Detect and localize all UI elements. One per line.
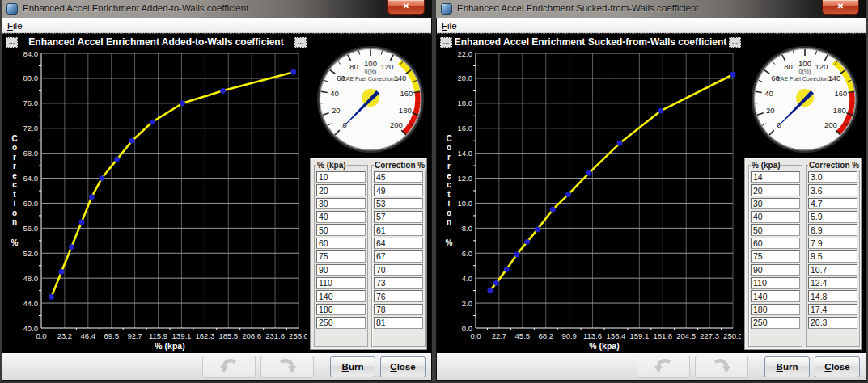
correction-input[interactable] [808, 238, 857, 250]
kpa-input[interactable] [751, 304, 800, 316]
chart-point[interactable] [59, 269, 65, 275]
chart-point[interactable] [514, 251, 519, 257]
correction-input[interactable] [808, 198, 857, 210]
correction-input[interactable] [808, 250, 857, 263]
menu-file[interactable]: File [2, 19, 29, 31]
correction-input[interactable] [374, 277, 423, 289]
correction-input[interactable] [374, 317, 423, 329]
svg-text:255.0: 255.0 [289, 331, 307, 340]
kpa-input[interactable] [316, 224, 366, 236]
close-window-button[interactable]: ✕ [822, 0, 859, 15]
kpa-input[interactable] [316, 238, 366, 250]
kpa-input[interactable] [316, 198, 366, 210]
chart-point[interactable] [290, 69, 296, 75]
correction-input[interactable] [808, 224, 857, 236]
chart-point[interactable] [78, 219, 84, 225]
chart-point[interactable] [99, 175, 104, 181]
correction-input[interactable] [374, 184, 423, 196]
correction-input[interactable] [374, 250, 423, 263]
correction-input[interactable] [808, 290, 857, 302]
kpa-input[interactable] [316, 211, 366, 223]
chart-options-left-button[interactable]: ... [6, 37, 18, 48]
redo-button[interactable] [260, 356, 314, 378]
chart-options-right-button[interactable]: ... [729, 37, 741, 48]
correction-input[interactable] [808, 184, 857, 196]
correction-input[interactable] [808, 211, 857, 223]
correction-input[interactable] [374, 171, 423, 183]
svg-text:c: c [12, 180, 17, 189]
correction-input[interactable] [374, 198, 423, 210]
correction-input[interactable] [374, 238, 423, 250]
correction-input[interactable] [808, 171, 857, 183]
undo-button[interactable] [637, 356, 690, 378]
kpa-input[interactable] [751, 224, 800, 236]
correction-input[interactable] [808, 317, 857, 329]
burn-button[interactable]: Burn [330, 356, 375, 377]
chart-point[interactable] [487, 288, 493, 293]
curve-chart[interactable]: 0.022.745.568.290.9113.6136.4159.1181.82… [438, 48, 741, 351]
correction-input[interactable] [374, 211, 423, 223]
chart-point[interactable] [550, 207, 556, 213]
chart-point[interactable] [180, 100, 185, 106]
svg-text:e: e [447, 171, 451, 180]
correction-input[interactable] [374, 290, 423, 302]
chart-point[interactable] [114, 157, 120, 162]
chart-point[interactable] [69, 244, 74, 250]
chart-point[interactable] [89, 194, 95, 200]
chart-point[interactable] [565, 192, 571, 197]
chart-options-right-button[interactable]: ... [294, 37, 307, 48]
menu-file[interactable]: File [437, 19, 464, 31]
chart-point[interactable] [504, 267, 510, 272]
kpa-input[interactable] [751, 238, 800, 250]
chart-options-left-button[interactable]: ... [440, 37, 452, 48]
kpa-input[interactable] [751, 317, 800, 329]
chart-point[interactable] [493, 280, 499, 286]
kpa-input[interactable] [751, 290, 800, 302]
correction-input[interactable] [808, 277, 857, 289]
titlebar[interactable]: Enhanced Accel Enrichment Sucked-from-Wa… [436, 0, 866, 19]
chart-point[interactable] [617, 141, 623, 146]
svg-text:46.4: 46.4 [81, 331, 96, 340]
kpa-input[interactable] [751, 184, 800, 196]
dialog-content: ... Enhanced Accel Enrichment Added-to-W… [2, 33, 431, 351]
correction-input[interactable] [808, 304, 857, 316]
close-button[interactable]: Close [815, 356, 860, 377]
correction-input[interactable] [374, 264, 423, 276]
kpa-input[interactable] [316, 290, 366, 302]
chart-point[interactable] [129, 138, 135, 144]
curve-chart[interactable]: 0.023.246.469.592.7115.9139.1162.3185.52… [4, 48, 307, 351]
kpa-input[interactable] [751, 198, 800, 210]
svg-text:EAE Fuel Correction 1: EAE Fuel Correction 1 [777, 76, 833, 82]
undo-button[interactable] [202, 356, 256, 378]
svg-text:100: 100 [798, 59, 811, 68]
kpa-input[interactable] [316, 264, 366, 276]
close-button[interactable]: Close [380, 356, 426, 377]
kpa-input[interactable] [751, 171, 800, 183]
redo-button[interactable] [695, 356, 748, 378]
correction-input[interactable] [374, 224, 423, 236]
kpa-input[interactable] [316, 304, 366, 316]
chart-point[interactable] [49, 294, 54, 300]
chart-point[interactable] [150, 120, 155, 125]
kpa-input[interactable] [751, 264, 800, 276]
kpa-input[interactable] [316, 171, 366, 183]
chart-point[interactable] [220, 88, 226, 94]
kpa-input[interactable] [751, 250, 800, 263]
kpa-input[interactable] [316, 277, 366, 289]
kpa-input[interactable] [751, 211, 800, 223]
close-window-button[interactable]: ✕ [387, 0, 425, 15]
chart-point[interactable] [586, 170, 592, 176]
kpa-input[interactable] [316, 317, 366, 329]
chart-point[interactable] [730, 72, 736, 78]
kpa-input[interactable] [751, 277, 800, 289]
kpa-input[interactable] [316, 250, 366, 263]
kpa-input[interactable] [316, 184, 366, 196]
burn-button[interactable]: Burn [764, 356, 810, 377]
correction-input[interactable] [374, 304, 423, 316]
titlebar[interactable]: Enhanced Accel Enrichment Added-to-Walls… [2, 0, 432, 19]
svg-text:22.7: 22.7 [492, 331, 507, 340]
chart-point[interactable] [524, 239, 530, 245]
chart-point[interactable] [535, 227, 540, 233]
chart-point[interactable] [658, 108, 664, 114]
correction-input[interactable] [808, 264, 857, 276]
